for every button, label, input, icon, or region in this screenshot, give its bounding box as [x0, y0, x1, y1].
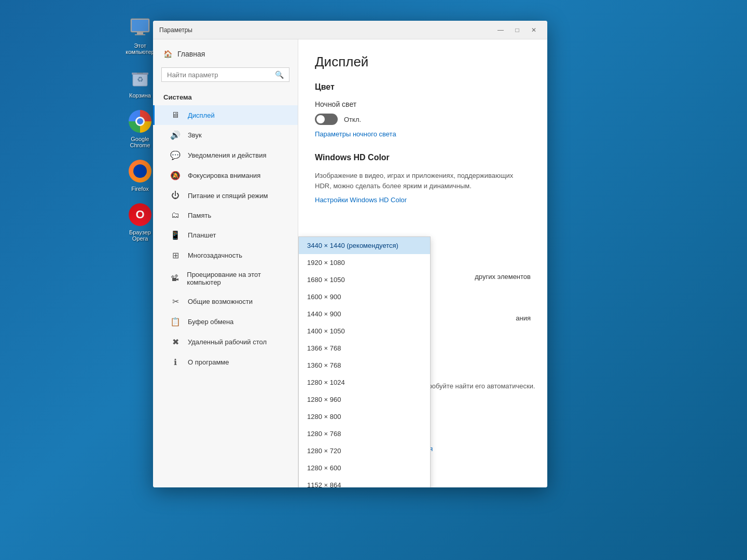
svg-rect-1: [132, 20, 148, 31]
dropdown-option-1680x1050[interactable]: 1680 × 1050: [299, 271, 430, 288]
firefox-icon-label: Firefox: [131, 186, 149, 192]
sidebar-item-project[interactable]: 📽 Проецирование на этот компьютер: [153, 265, 298, 291]
sidebar-item-clipboard[interactable]: 📋 Буфер обмена: [153, 312, 298, 332]
search-icon: 🔍: [275, 71, 284, 79]
window-title: Параметры: [159, 26, 192, 34]
svg-rect-7: [137, 73, 143, 74]
dropdown-option-1152x864[interactable]: 1152 × 864: [299, 477, 430, 487]
dropdown-option-1280x960[interactable]: 1280 × 960: [299, 391, 430, 408]
sidebar-item-power[interactable]: ⏻ Питание и спящий режим: [153, 186, 298, 205]
main-content: Дисплей Цвет Ночной свет Откл. Параметры…: [298, 39, 547, 487]
accessibility-icon: ✂: [170, 297, 181, 306]
hd-color-title: Windows HD Color: [315, 153, 531, 162]
resolution-dropdown[interactable]: 3440 × 1440 (рекомендуется) 1920 × 1080 …: [298, 236, 431, 487]
opera-icon: O: [129, 203, 151, 226]
search-input[interactable]: [167, 71, 275, 79]
night-light-label: Ночной свет: [315, 100, 531, 108]
sidebar-item-remote-label: Удаленный рабочий стол: [188, 338, 267, 346]
home-icon: 🏠: [163, 50, 172, 58]
sidebar-item-display[interactable]: 🖥 Дисплей: [153, 105, 298, 125]
about-icon: ℹ: [170, 357, 181, 367]
dropdown-option-1280x1024[interactable]: 1280 × 1024: [299, 374, 430, 391]
dropdown-option-1366x768[interactable]: 1366 × 768: [299, 340, 430, 357]
sidebar-home[interactable]: 🏠 Главная: [153, 45, 298, 63]
sidebar-item-notifications-label: Уведомления и действия: [188, 151, 267, 159]
dropdown-option-1280x600[interactable]: 1280 × 600: [299, 459, 430, 477]
svg-text:♻: ♻: [137, 75, 144, 83]
dropdown-option-1280x800[interactable]: 1280 × 800: [299, 408, 430, 425]
power-icon: ⏻: [170, 191, 181, 200]
focus-icon: 🔕: [170, 171, 181, 180]
sidebar-item-focus-label: Фокусировка внимания: [188, 172, 260, 179]
toggle-row: Откл.: [315, 114, 531, 125]
sidebar-item-notifications[interactable]: 💬 Уведомления и действия: [153, 145, 298, 165]
clipboard-icon: 📋: [170, 317, 181, 327]
title-bar-controls: — □ ✕: [493, 24, 541, 36]
sidebar-item-accessibility[interactable]: ✂ Общие возможности: [153, 291, 298, 312]
sidebar-section-header: Система: [153, 89, 298, 105]
dropdown-option-1400x1050[interactable]: 1400 × 1050: [299, 323, 430, 340]
sidebar-item-project-label: Проецирование на этот компьютер: [187, 271, 287, 286]
dropdown-option-1360x768[interactable]: 1360 × 768: [299, 357, 430, 374]
firefox-icon: [129, 160, 151, 183]
sidebar-item-sound-label: Звук: [188, 131, 202, 139]
night-light-toggle[interactable]: [315, 114, 338, 125]
sidebar-item-multitask[interactable]: ⊞ Многозадачность: [153, 245, 298, 265]
remote-icon: ✖: [170, 337, 181, 347]
dropdown-option-1280x720[interactable]: 1280 × 720: [299, 442, 430, 459]
sidebar-item-clipboard-label: Буфер обмена: [188, 318, 233, 326]
night-light-section: Ночной свет Откл. Параметры ночного свет…: [315, 100, 531, 138]
dropdown-option-1600x900[interactable]: 1600 × 900: [299, 288, 430, 305]
night-light-state: Откл.: [344, 116, 361, 123]
dropdown-option-1440x900[interactable]: 1440 × 900: [299, 305, 430, 323]
display-icon: 🖥: [170, 110, 181, 120]
tablet-icon: 📱: [170, 230, 181, 240]
settings-window: Параметры — □ ✕ 🏠 Главная 🔍: [153, 21, 547, 487]
chrome-icon-label: GoogleChrome: [130, 136, 150, 148]
sidebar-item-about-label: О программе: [188, 358, 229, 366]
chrome-icon: [129, 110, 151, 133]
dropdown-option-3440x1440[interactable]: 3440 × 1440 (рекомендуется): [299, 237, 430, 254]
sidebar-item-tablet-label: Планшет: [188, 231, 216, 239]
orientation-label: ания: [516, 314, 531, 322]
dropdown-option-1920x1080[interactable]: 1920 × 1080: [299, 254, 430, 271]
minimize-button[interactable]: —: [493, 24, 508, 36]
recycle-icon: ♻: [129, 66, 151, 89]
search-box: 🔍: [161, 67, 289, 82]
sidebar-item-accessibility-label: Общие возможности: [188, 298, 253, 305]
hd-color-link[interactable]: Настройки Windows HD Color: [315, 196, 407, 204]
sidebar: 🏠 Главная 🔍 Система 🖥 Дисплей 🔊 З: [153, 39, 298, 487]
search-container: 🔍: [153, 63, 298, 86]
sidebar-item-display-label: Дисплей: [188, 111, 215, 119]
sidebar-item-sound[interactable]: 🔊 Звук: [153, 125, 298, 145]
hd-color-section: Windows HD Color Изображение в видео, иг…: [315, 153, 531, 204]
maximize-button[interactable]: □: [510, 24, 524, 36]
scale-label: других элементов: [475, 273, 531, 281]
computer-icon: [129, 17, 151, 39]
notifications-icon: 💬: [170, 150, 181, 160]
dropdown-option-1280x768[interactable]: 1280 × 768: [299, 425, 430, 442]
sidebar-item-focus[interactable]: 🔕 Фокусировка внимания: [153, 165, 298, 186]
sidebar-item-tablet[interactable]: 📱 Планшет: [153, 225, 298, 245]
hd-color-desc: Изображение в видео, играх и приложениях…: [315, 171, 531, 191]
opera-icon-label: БраузерOpera: [129, 229, 151, 242]
page-title: Дисплей: [315, 54, 531, 70]
sidebar-item-power-label: Питание и спящий режим: [188, 192, 268, 200]
recycle-icon-label: Корзина: [129, 92, 151, 99]
svg-rect-3: [135, 34, 145, 35]
sidebar-item-storage-label: Память: [188, 212, 211, 219]
storage-icon: 🗂: [170, 211, 181, 220]
color-section-title: Цвет: [315, 82, 531, 92]
project-icon: 📽: [170, 274, 179, 283]
home-label: Главная: [177, 50, 205, 58]
close-button[interactable]: ✕: [527, 24, 541, 36]
night-light-settings-link[interactable]: Параметры ночного света: [315, 130, 396, 138]
sound-icon: 🔊: [170, 130, 181, 140]
window-body: 🏠 Главная 🔍 Система 🖥 Дисплей 🔊 З: [153, 39, 547, 487]
sidebar-item-about[interactable]: ℹ О программе: [153, 352, 298, 372]
desktop: Этот компьютер ♻ Корзина GoogleChrome: [0, 0, 747, 560]
sidebar-item-storage[interactable]: 🗂 Память: [153, 205, 298, 225]
title-bar: Параметры — □ ✕: [153, 21, 547, 39]
sidebar-item-remote[interactable]: ✖ Удаленный рабочий стол: [153, 332, 298, 352]
sidebar-item-multitask-label: Многозадачность: [188, 251, 242, 259]
